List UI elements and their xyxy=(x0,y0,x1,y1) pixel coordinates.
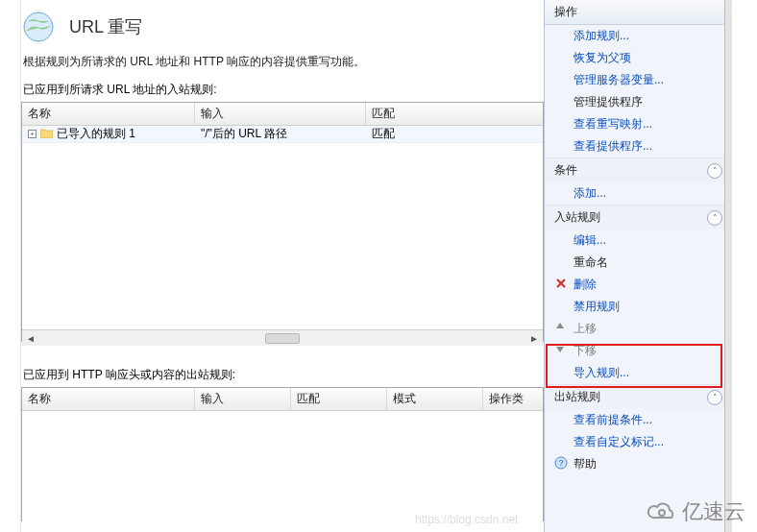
outbound-section-label: 已应用到 HTTP 响应头或内容的出站规则: xyxy=(21,367,544,387)
actions-pane: 操作 添加规则... 恢复为父项 管理服务器变量... 管理提供程序 查看重写映… xyxy=(544,0,732,532)
table-row[interactable]: + 已导入的规则 1 "/"后的 URL 路径 匹配 xyxy=(22,126,543,143)
title-row: URL 重写 xyxy=(21,0,544,52)
collapse-icon[interactable]: ˄ xyxy=(707,210,722,226)
view-providers-link[interactable]: 查看提供程序... xyxy=(545,135,732,157)
col-header-input[interactable]: 输入 xyxy=(195,388,291,410)
watermark-text: https://blog.csdn.net xyxy=(415,513,518,526)
edit-rule-link[interactable]: 编辑... xyxy=(545,230,732,252)
conditions-group-header[interactable]: 条件 ˄ xyxy=(545,157,732,182)
manage-server-vars-link[interactable]: 管理服务器变量... xyxy=(545,69,732,91)
import-rules-link[interactable]: 导入规则... xyxy=(545,362,732,384)
horizontal-scrollbar[interactable]: ◄ ► xyxy=(22,329,543,346)
inbound-rules-title: 入站规则 xyxy=(554,209,600,226)
scroll-thumb[interactable] xyxy=(265,333,300,344)
delete-icon xyxy=(554,277,568,290)
actions-pane-title: 操作 xyxy=(545,0,732,25)
restore-parent-link[interactable]: 恢复为父项 xyxy=(545,47,732,69)
outbound-grid-body[interactable] xyxy=(22,411,543,524)
col-header-match[interactable]: 匹配 xyxy=(291,388,387,410)
logo-watermark: 亿速云 xyxy=(646,497,745,526)
svg-text:?: ? xyxy=(558,458,563,468)
main-content-pane: URL 重写 根据规则为所请求的 URL 地址和 HTTP 响应的内容提供重写功… xyxy=(21,0,544,532)
help-label: 帮助 xyxy=(574,457,597,471)
inbound-section-label: 已应用到所请求 URL 地址的入站规则: xyxy=(21,82,544,102)
inbound-rules-grid: 名称 输入 匹配 + 已导入的规则 1 "/"后的 URL 路径 匹配 ◄ ► xyxy=(21,102,544,342)
page-description: 根据规则为所请求的 URL 地址和 HTTP 响应的内容提供重写功能。 xyxy=(21,52,544,82)
help-link[interactable]: ? 帮助 xyxy=(545,453,732,475)
delete-label: 删除 xyxy=(574,278,597,291)
outbound-rules-group-header[interactable]: 出站规则 ˄ xyxy=(545,384,732,409)
scroll-right-icon[interactable]: ► xyxy=(527,333,541,344)
move-up-link: 上移 xyxy=(545,318,732,340)
svg-point-4 xyxy=(659,510,665,516)
view-rewrite-maps-link[interactable]: 查看重写映射... xyxy=(545,113,732,135)
disable-rule-link[interactable]: 禁用规则 xyxy=(545,296,732,318)
view-preconditions-link[interactable]: 查看前提条件... xyxy=(545,409,732,431)
expand-icon[interactable]: + xyxy=(28,130,37,138)
manage-providers-label: 管理提供程序 xyxy=(545,91,732,113)
left-gutter xyxy=(0,0,21,532)
col-header-name[interactable]: 名称 xyxy=(22,388,195,410)
arrow-up-icon xyxy=(554,321,568,334)
outbound-grid-header: 名称 输入 匹配 模式 操作类 xyxy=(22,388,543,411)
arrow-down-icon xyxy=(554,343,568,356)
col-header-match[interactable]: 匹配 xyxy=(366,103,543,125)
globe-icon xyxy=(21,10,56,44)
rule-name: 已导入的规则 1 xyxy=(57,126,135,142)
add-condition-link[interactable]: 添加... xyxy=(545,182,732,205)
outbound-rules-grid: 名称 输入 匹配 模式 操作类 xyxy=(21,387,544,521)
inbound-grid-header: 名称 输入 匹配 xyxy=(22,103,543,126)
help-icon: ? xyxy=(554,456,568,470)
collapse-icon[interactable]: ˄ xyxy=(707,390,722,405)
col-header-mode[interactable]: 模式 xyxy=(387,388,483,410)
collapse-icon[interactable]: ˄ xyxy=(707,163,722,179)
outbound-rules-title: 出站规则 xyxy=(554,389,600,405)
move-down-label: 下移 xyxy=(574,344,597,357)
delete-rule-link[interactable]: 删除 xyxy=(545,274,732,296)
page-title: URL 重写 xyxy=(69,15,142,38)
col-header-input[interactable]: 输入 xyxy=(195,103,366,125)
rename-rule-link[interactable]: 重命名 xyxy=(545,252,732,274)
conditions-title: 条件 xyxy=(554,162,577,179)
folder-icon xyxy=(40,128,53,141)
scroll-left-icon[interactable]: ◄ xyxy=(24,333,37,344)
inbound-grid-body[interactable]: + 已导入的规则 1 "/"后的 URL 路径 匹配 xyxy=(22,126,543,329)
rule-input: "/"后的 URL 路径 xyxy=(195,126,366,143)
move-up-label: 上移 xyxy=(574,322,597,335)
add-rules-link[interactable]: 添加规则... xyxy=(545,25,732,47)
view-custom-tags-link[interactable]: 查看自定义标记... xyxy=(545,431,732,453)
col-header-ops[interactable]: 操作类 xyxy=(483,388,543,410)
move-down-link: 下移 xyxy=(545,340,732,362)
inbound-rules-group-header[interactable]: 入站规则 ˄ xyxy=(545,205,732,230)
rule-match: 匹配 xyxy=(366,126,543,143)
cloud-icon xyxy=(646,500,678,523)
col-header-name[interactable]: 名称 xyxy=(22,103,195,125)
